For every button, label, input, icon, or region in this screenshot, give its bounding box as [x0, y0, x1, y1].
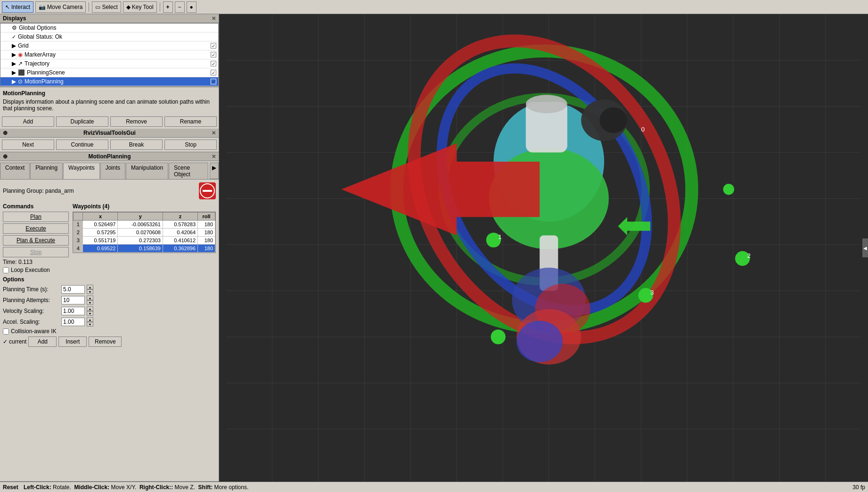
plus-button[interactable]: + [163, 1, 173, 13]
wp-controls: ✓ current Add Insert Remove [3, 336, 216, 347]
wp-remove-btn[interactable]: Remove [89, 336, 122, 347]
table-row[interactable]: 3 0.551719 0.272303 0.410612 180 [74, 237, 215, 245]
key-tool-button[interactable]: ◆ Key Tool [123, 1, 157, 13]
key-icon: ◆ [126, 4, 131, 10]
motionplanning-checkbox[interactable] [211, 79, 216, 84]
execute-btn[interactable]: Execute [3, 223, 69, 234]
plan-btn[interactable]: Plan [3, 212, 69, 222]
camera-icon: 📷 [39, 4, 46, 10]
options-label: Options [3, 276, 216, 283]
collision-ik-checkbox[interactable] [3, 328, 9, 335]
planning-attempts-row: Planning Attempts: ▲ ▼ [3, 295, 216, 305]
status-hint: Left-Click: Rotate. Middle-Click: Move X… [24, 484, 248, 491]
accel-down[interactable]: ▼ [87, 322, 93, 327]
waypoints-table: x y z roll 1 0.526497 -0.00653261 0.5782… [73, 212, 215, 253]
next-button[interactable]: Next [2, 139, 54, 150]
circle-button[interactable]: ● [187, 1, 197, 13]
display-item-global-status[interactable]: ✓ Global Status: Ok [0, 33, 218, 41]
display-item-name: PlanningScene [27, 69, 209, 76]
display-item-planningscene[interactable]: ▶ ⬛ PlanningScene [0, 68, 218, 77]
motion-close[interactable]: ✕ [212, 154, 216, 160]
planning-attempts-down[interactable]: ▼ [87, 300, 93, 305]
display-item-name: Grid [18, 42, 209, 49]
stop-button[interactable]: Stop [164, 139, 217, 150]
loop-checkbox[interactable] [3, 267, 9, 273]
motion-icon: ⊙ [18, 78, 23, 85]
no-entry-icon [199, 182, 216, 199]
description-title: MotionPlanning [3, 90, 216, 97]
tab-scene-object[interactable]: Scene Object [169, 163, 208, 179]
interact-label: Interact [11, 4, 30, 10]
grid-checkbox[interactable] [211, 43, 216, 49]
scene-icon: ⬛ [18, 69, 25, 76]
checkmark-icon: ✓ [3, 338, 8, 345]
planning-time-down[interactable]: ▼ [87, 289, 93, 294]
commands-col: Commands Plan Execute Plan & Execute Sto… [3, 203, 69, 273]
velocity-up[interactable]: ▲ [87, 306, 93, 311]
display-item-grid[interactable]: ▶ Grid [0, 41, 218, 50]
svg-point-49 [516, 321, 563, 362]
continue-button[interactable]: Continue [56, 139, 108, 150]
planning-time-up[interactable]: ▲ [87, 285, 93, 289]
wp-y: 0.158639 [118, 245, 163, 253]
wp-roll: 180 [198, 221, 215, 229]
display-item-name: MotionPlanning [25, 78, 209, 85]
planningscene-checkbox[interactable] [211, 70, 216, 75]
rviz-close[interactable]: ✕ [212, 130, 216, 136]
markerarray-checkbox[interactable] [211, 52, 216, 57]
waypoints-table-container[interactable]: x y z roll 1 0.526497 -0.00653261 0.5782… [73, 212, 216, 253]
rviz-buttons: Next Continue Break Stop [0, 138, 219, 152]
wp-row-num: 4 [74, 245, 83, 253]
planning-time-spinner: ▲ ▼ [87, 285, 93, 294]
planning-time-input[interactable] [61, 285, 85, 294]
display-item-motionplanning[interactable]: ▶ ⊙ MotionPlanning [0, 77, 218, 86]
tab-joints[interactable]: Joints [100, 163, 125, 179]
planning-attempts-up[interactable]: ▲ [87, 295, 93, 300]
wp-add-btn[interactable]: Add [28, 336, 57, 347]
wp-insert-btn[interactable]: Insert [58, 336, 87, 347]
add-button[interactable]: Add [2, 116, 54, 127]
minus-button[interactable]: − [175, 1, 185, 13]
current-label: current [9, 338, 26, 345]
tab-waypoints[interactable]: Waypoints [63, 163, 100, 179]
table-row[interactable]: 2 0.57295 0.0270608 0.42064 180 [74, 229, 215, 237]
wp-x: 0.551719 [83, 237, 118, 245]
velocity-scaling-input[interactable] [61, 307, 85, 315]
accel-scaling-input[interactable] [61, 318, 85, 326]
displays-close[interactable]: ✕ [212, 16, 216, 22]
panel-resize-handle[interactable]: ◀ [862, 238, 868, 257]
display-item-global-options[interactable]: ⚙ Global Options [0, 24, 218, 33]
planning-attempts-input[interactable] [61, 296, 85, 304]
wp-x: 0.57295 [83, 229, 118, 237]
options-section: Options Planning Time (s): ▲ ▼ Planning … [3, 276, 216, 335]
table-row[interactable]: 1 0.526497 -0.00653261 0.578283 180 [74, 221, 215, 229]
interact-button[interactable]: ↖ Interact [2, 1, 33, 13]
planning-group-row: Planning Group: panda_arm [3, 182, 216, 199]
tab-context[interactable]: Context [0, 163, 30, 179]
svg-text:2: 2 [747, 252, 751, 259]
stop-cmd-btn[interactable]: Stop [3, 247, 69, 257]
tab-manipulation[interactable]: Manipulation [126, 163, 168, 179]
rename-button[interactable]: Rename [164, 116, 217, 127]
svg-text:0: 0 [641, 126, 645, 133]
duplicate-button[interactable]: Duplicate [56, 116, 108, 127]
display-item-name: Global Options [19, 25, 216, 31]
accel-up[interactable]: ▲ [87, 317, 93, 322]
tab-planning[interactable]: Planning [30, 163, 63, 179]
move-camera-button[interactable]: 📷 Move Camera [35, 1, 86, 13]
select-button[interactable]: ▭ Select [92, 1, 121, 13]
displays-section: Displays ✕ ⚙ Global Options ✓ Global Sta… [0, 14, 219, 87]
trajectory-checkbox[interactable] [211, 61, 216, 66]
cursor-icon: ↖ [5, 4, 10, 10]
planning-attempts-label: Planning Attempts: [3, 297, 59, 303]
velocity-down[interactable]: ▼ [87, 311, 93, 316]
remove-button[interactable]: Remove [110, 116, 163, 127]
table-row[interactable]: 4 0.69522 0.158639 0.362896 180 [74, 245, 215, 253]
break-button[interactable]: Break [110, 139, 163, 150]
display-item-trajectory[interactable]: ▶ ↗ Trajectory [0, 59, 218, 68]
plan-execute-btn[interactable]: Plan & Execute [3, 235, 69, 246]
tab-more-arrow[interactable]: ▶ [210, 163, 219, 179]
display-item-markerarray[interactable]: ▶ ◉ MarkerArray [0, 50, 218, 59]
3d-viewport[interactable]: 1 2 3 0 ◀ [219, 14, 868, 482]
wp-z: 0.578283 [163, 221, 197, 229]
